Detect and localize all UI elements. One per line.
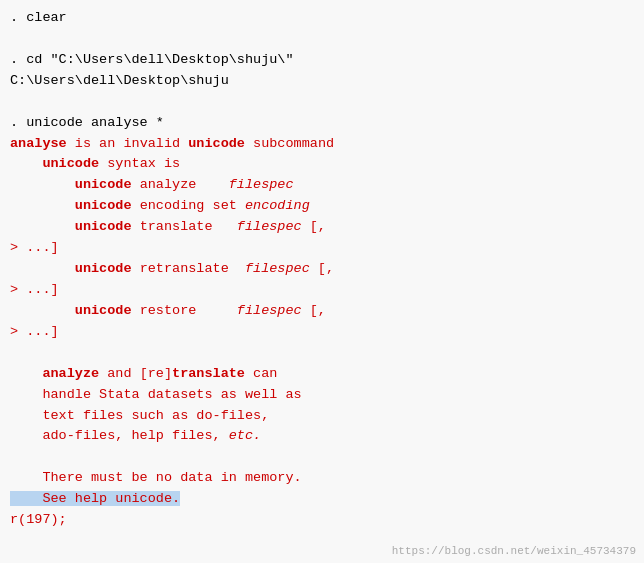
text-filespec-1: filespec bbox=[229, 177, 294, 192]
text-filespec-2: filespec bbox=[237, 219, 302, 234]
text-handle: handle Stata datasets as well as bbox=[10, 387, 302, 402]
line-continuation-1: > ...] bbox=[10, 238, 634, 259]
text-indent bbox=[10, 366, 42, 381]
line-encoding: unicode encoding set encoding bbox=[10, 196, 634, 217]
text-filespec-3: filespec bbox=[245, 261, 310, 276]
text-analyze-2: analyze bbox=[42, 366, 99, 381]
line-desc-3: text files such as do-files, bbox=[10, 406, 634, 427]
text-unicode-7: unicode bbox=[10, 303, 132, 318]
text-etc: etc. bbox=[229, 428, 261, 443]
text-cont-1: > ...] bbox=[10, 240, 59, 255]
line-cd-result: C:\Users\dell\Desktop\shuju bbox=[10, 71, 634, 92]
text-unicode-6: unicode bbox=[10, 261, 132, 276]
text-bracket-3: [, bbox=[302, 303, 326, 318]
text-unicode-1: unicode bbox=[188, 136, 245, 151]
text-encoding-set: encoding set bbox=[132, 198, 245, 213]
text-cont-3: > ...] bbox=[10, 324, 59, 339]
line-error-code: r(197); bbox=[10, 510, 634, 531]
blank-line-2 bbox=[10, 92, 634, 113]
text-unicode-2: unicode bbox=[10, 156, 99, 171]
line-analyze: unicode analyze filespec bbox=[10, 175, 634, 196]
text-is-invalid: is an invalid bbox=[67, 136, 189, 151]
text-translate-2: translate bbox=[172, 366, 245, 381]
text-encoding: encoding bbox=[245, 198, 310, 213]
line-desc-4: ado-files, help files, etc. bbox=[10, 426, 634, 447]
line-see-help: See help unicode. bbox=[10, 489, 634, 510]
line-cd-command: . cd "C:\Users\dell\Desktop\shuju\" bbox=[10, 50, 634, 71]
text-syntax-is: syntax is bbox=[99, 156, 180, 171]
text-retranslate: retranslate bbox=[132, 261, 245, 276]
text-analyse: analyse bbox=[10, 136, 67, 151]
text-analyze: analyze bbox=[132, 177, 229, 192]
text-unicode-5: unicode bbox=[10, 219, 132, 234]
blank-line-4 bbox=[10, 447, 634, 468]
text-no-data: There must be no data in memory. bbox=[10, 470, 302, 485]
text-text-files: text files such as do-files, bbox=[10, 408, 269, 423]
text-error-code: r(197); bbox=[10, 512, 67, 527]
blank-line-1 bbox=[10, 29, 634, 50]
line-clear: . clear bbox=[10, 8, 634, 29]
text-restore: restore bbox=[132, 303, 237, 318]
text-see-help: See help unicode. bbox=[10, 491, 180, 506]
text-filespec-4: filespec bbox=[237, 303, 302, 318]
line-unicode-cmd: . unicode analyse * bbox=[10, 113, 634, 134]
terminal-window: . clear . cd "C:\Users\dell\Desktop\shuj… bbox=[0, 0, 644, 563]
text-ado-files: ado-files, help files, bbox=[10, 428, 229, 443]
text-subcommand: subcommand bbox=[245, 136, 334, 151]
text-bracket-1: [, bbox=[302, 219, 326, 234]
line-retranslate: unicode retranslate filespec [, bbox=[10, 259, 634, 280]
line-translate: unicode translate filespec [, bbox=[10, 217, 634, 238]
line-desc-2: handle Stata datasets as well as bbox=[10, 385, 634, 406]
line-restore: unicode restore filespec [, bbox=[10, 301, 634, 322]
line-continuation-2: > ...] bbox=[10, 280, 634, 301]
text-can: can bbox=[245, 366, 277, 381]
text-unicode-3: unicode bbox=[10, 177, 132, 192]
text-translate: translate bbox=[132, 219, 237, 234]
text-bracket-2: [, bbox=[310, 261, 334, 276]
text-unicode-4: unicode bbox=[10, 198, 132, 213]
watermark: https://blog.csdn.net/weixin_45734379 bbox=[392, 545, 636, 557]
line-no-data: There must be no data in memory. bbox=[10, 468, 634, 489]
line-syntax-is: unicode syntax is bbox=[10, 154, 634, 175]
blank-line-3 bbox=[10, 343, 634, 364]
line-error-msg: analyse is an invalid unicode subcommand bbox=[10, 134, 634, 155]
line-continuation-3: > ...] bbox=[10, 322, 634, 343]
text-and: and [re] bbox=[99, 366, 172, 381]
text-cont-2: > ...] bbox=[10, 282, 59, 297]
line-desc-1: analyze and [re]translate can bbox=[10, 364, 634, 385]
